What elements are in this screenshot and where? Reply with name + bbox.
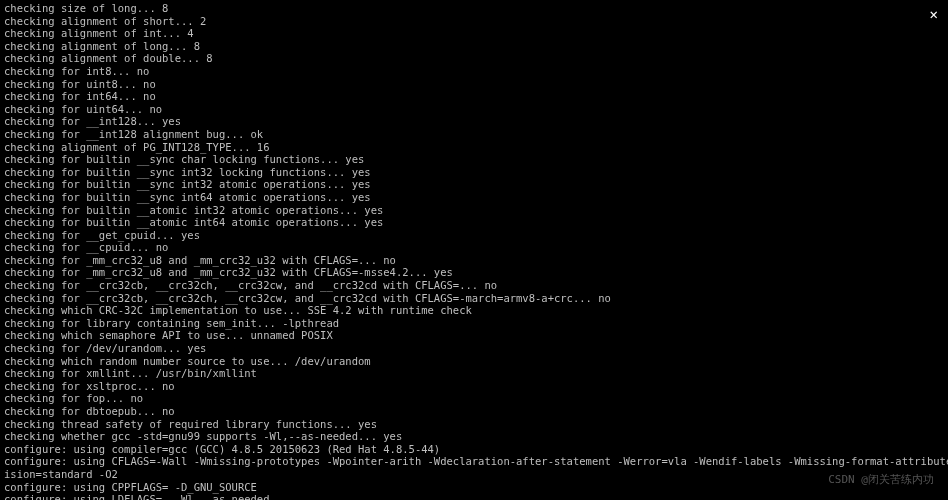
terminal-window: ✕ checking size of long... 8 checking al… bbox=[0, 0, 948, 500]
terminal-output[interactable]: checking size of long... 8 checking alig… bbox=[0, 0, 948, 500]
close-icon[interactable]: ✕ bbox=[930, 6, 938, 23]
watermark: CSDN @闭关苦练内功 bbox=[828, 473, 934, 486]
